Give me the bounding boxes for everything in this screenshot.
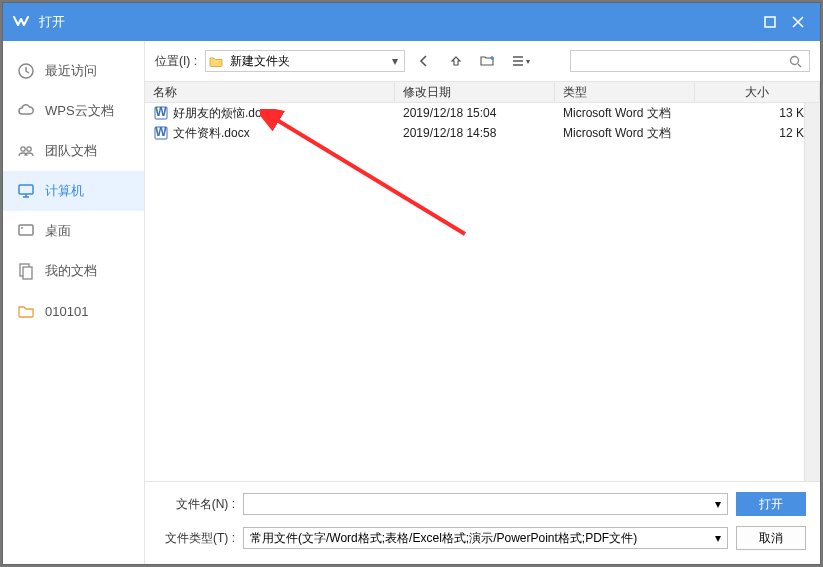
vertical-scrollbar[interactable]	[804, 103, 820, 481]
svg-point-3	[27, 147, 31, 151]
file-name: 文件资料.docx	[173, 125, 250, 142]
folder-icon	[17, 302, 35, 320]
clock-icon	[17, 62, 35, 80]
path-selector[interactable]: 新建文件夹 ▾	[205, 50, 405, 72]
dialog-body: 最近访问 WPS云文档 团队文档 计算机 桌面 我的文档	[3, 41, 820, 564]
svg-rect-8	[23, 267, 32, 279]
file-date: 2019/12/18 14:58	[403, 126, 496, 140]
file-row[interactable]: W文件资料.docx 2019/12/18 14:58 Microsoft Wo…	[145, 123, 820, 143]
window-title: 打开	[39, 13, 756, 31]
filename-label: 文件名(N) :	[159, 496, 235, 513]
sidebar-item-label: WPS云文档	[45, 102, 114, 120]
file-list-header: 名称 修改日期 类型 大小	[145, 81, 820, 103]
computer-icon	[17, 182, 35, 200]
word-doc-icon: W	[153, 105, 169, 121]
column-header-type[interactable]: 类型	[555, 82, 695, 102]
cancel-button[interactable]: 取消	[736, 526, 806, 550]
folder-icon	[206, 54, 226, 68]
sidebar-item-label: 桌面	[45, 222, 71, 240]
filetype-select[interactable]: 常用文件(文字/Word格式;表格/Excel格式;演示/PowerPoint格…	[243, 527, 728, 549]
sidebar-item-label: 010101	[45, 304, 88, 319]
chevron-down-icon[interactable]: ▾	[386, 54, 404, 68]
word-doc-icon: W	[153, 125, 169, 141]
new-folder-button[interactable]	[475, 50, 501, 72]
file-row[interactable]: W好朋友的烦恼.docx 2019/12/18 15:04 Microsoft …	[145, 103, 820, 123]
app-logo-icon	[11, 12, 31, 32]
sidebar-item-label: 计算机	[45, 182, 84, 200]
main-panel: 位置(I) : 新建文件夹 ▾ ▾ 名称 修改日期 类型	[145, 41, 820, 564]
svg-point-6	[21, 227, 23, 229]
file-date: 2019/12/18 15:04	[403, 106, 496, 120]
column-header-size[interactable]: 大小	[695, 82, 820, 102]
filename-input[interactable]: ▾	[243, 493, 728, 515]
sidebar-item-wps-cloud[interactable]: WPS云文档	[3, 91, 144, 131]
svg-rect-4	[19, 185, 33, 194]
svg-point-2	[21, 147, 25, 151]
window-maximize-button[interactable]	[756, 8, 784, 36]
view-mode-button[interactable]: ▾	[507, 50, 533, 72]
sidebar-item-label: 最近访问	[45, 62, 97, 80]
search-box[interactable]	[570, 50, 810, 72]
titlebar: 打开	[3, 3, 820, 41]
bottom-panel: 文件名(N) : ▾ 打开 文件类型(T) : 常用文件(文字/Word格式;表…	[145, 481, 820, 564]
search-icon[interactable]	[787, 55, 803, 68]
column-header-name[interactable]: 名称	[145, 82, 395, 102]
sidebar-item-desktop[interactable]: 桌面	[3, 211, 144, 251]
file-name: 好朋友的烦恼.docx	[173, 105, 274, 122]
chevron-down-icon[interactable]: ▾	[715, 531, 721, 545]
path-text: 新建文件夹	[226, 53, 386, 70]
chevron-down-icon[interactable]: ▾	[715, 497, 721, 511]
svg-rect-0	[765, 17, 775, 27]
file-list-wrap: W好朋友的烦恼.docx 2019/12/18 15:04 Microsoft …	[145, 103, 820, 481]
svg-text:W: W	[155, 106, 167, 119]
sidebar-item-label: 我的文档	[45, 262, 97, 280]
cloud-icon	[17, 102, 35, 120]
file-list: W好朋友的烦恼.docx 2019/12/18 15:04 Microsoft …	[145, 103, 820, 481]
sidebar-item-team[interactable]: 团队文档	[3, 131, 144, 171]
open-button[interactable]: 打开	[736, 492, 806, 516]
column-header-date[interactable]: 修改日期	[395, 82, 555, 102]
team-icon	[17, 142, 35, 160]
location-label: 位置(I) :	[155, 53, 199, 70]
filetype-label: 文件类型(T) :	[159, 530, 235, 547]
sidebar: 最近访问 WPS云文档 团队文档 计算机 桌面 我的文档	[3, 41, 145, 564]
nav-up-button[interactable]	[443, 50, 469, 72]
sidebar-item-recent[interactable]: 最近访问	[3, 51, 144, 91]
sidebar-item-folder-010101[interactable]: 010101	[3, 291, 144, 331]
nav-back-button[interactable]	[411, 50, 437, 72]
file-type: Microsoft Word 文档	[563, 105, 671, 122]
file-type: Microsoft Word 文档	[563, 125, 671, 142]
documents-icon	[17, 262, 35, 280]
svg-text:W: W	[155, 126, 167, 139]
sidebar-item-computer[interactable]: 计算机	[3, 171, 144, 211]
search-input[interactable]	[577, 54, 787, 68]
sidebar-item-label: 团队文档	[45, 142, 97, 160]
open-dialog-window: 打开 最近访问 WPS云文档 团队文档 计算机	[2, 2, 821, 565]
filetype-value: 常用文件(文字/Word格式;表格/Excel格式;演示/PowerPoint格…	[250, 530, 637, 547]
svg-point-9	[790, 56, 798, 64]
desktop-icon	[17, 222, 35, 240]
window-close-button[interactable]	[784, 8, 812, 36]
svg-rect-5	[19, 225, 33, 235]
sidebar-item-my-documents[interactable]: 我的文档	[3, 251, 144, 291]
toolbar: 位置(I) : 新建文件夹 ▾ ▾	[145, 41, 820, 81]
